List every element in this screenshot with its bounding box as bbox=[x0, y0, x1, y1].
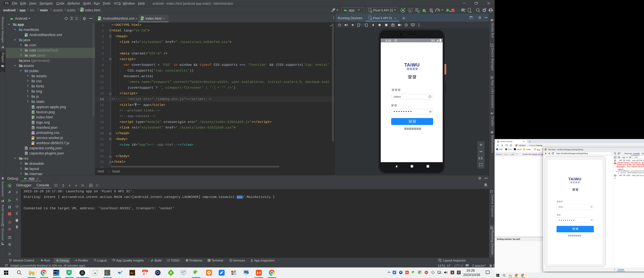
svg-text:H: H bbox=[68, 271, 70, 274]
svg-text:MF: MF bbox=[25, 35, 27, 37]
svg-text:H: H bbox=[142, 19, 142, 20]
svg-text:MF: MF bbox=[98, 19, 100, 20]
svg-text:!: ! bbox=[467, 264, 468, 266]
svg-text:CSS: CSS bbox=[32, 133, 34, 134]
svg-text:JS: JS bbox=[32, 143, 34, 145]
svg-text:JS: JS bbox=[32, 138, 34, 140]
svg-text:S: S bbox=[395, 39, 396, 41]
svg-text:A: A bbox=[452, 271, 453, 274]
svg-text:Ai: Ai bbox=[130, 271, 134, 275]
svg-text:A: A bbox=[409, 9, 411, 12]
svg-text:WS: WS bbox=[54, 271, 57, 273]
svg-text:H: H bbox=[32, 117, 33, 119]
